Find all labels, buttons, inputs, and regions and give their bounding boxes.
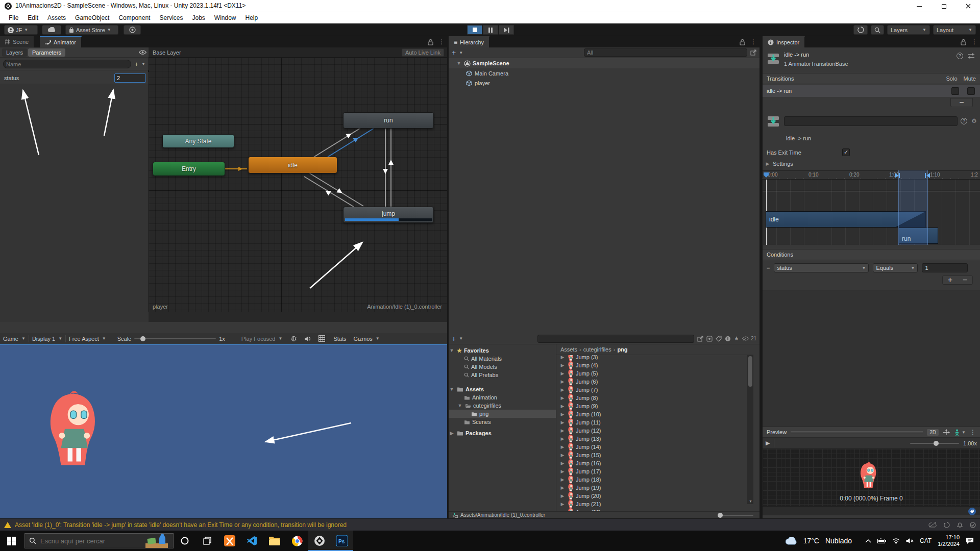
transition-region[interactable]: [898, 170, 928, 245]
subtab-parameters[interactable]: Parameters: [28, 48, 65, 57]
vsync-grid-icon[interactable]: [318, 335, 325, 342]
aspect-dropdown[interactable]: Free Aspect: [69, 336, 99, 342]
menu-item[interactable]: Jobs: [187, 14, 209, 21]
timeline-ruler[interactable]: 0:00 0:10 0:20 1:00 1:10 1:2: [763, 170, 980, 180]
vscode-button[interactable]: [241, 531, 263, 551]
foldout-icon[interactable]: ▶: [449, 431, 455, 436]
debug-bug-icon[interactable]: [290, 335, 297, 342]
foldout-icon[interactable]: ▼: [456, 61, 462, 66]
hierarchy-search-input[interactable]: [584, 48, 747, 57]
search-by-type-icon[interactable]: [706, 336, 713, 342]
console-warning-text[interactable]: Asset 'Idle (1)_0': Transition 'idle -> …: [15, 521, 347, 529]
folder-cutegirlfiles[interactable]: ▼ cutegirlfiles: [449, 402, 556, 410]
animator-graph[interactable]: Base Layer Auto Live Link run Any State …: [149, 47, 447, 322]
has-exit-time-checkbox[interactable]: ✓: [842, 148, 850, 156]
mute-audio-icon[interactable]: [304, 336, 311, 342]
file-explorer-button[interactable]: [263, 531, 286, 551]
add-asset-button[interactable]: +: [452, 335, 456, 343]
vertical-scrollbar[interactable]: ▼: [747, 355, 753, 504]
cortana-button[interactable]: [174, 531, 196, 551]
version-control-button[interactable]: [124, 25, 141, 35]
help-icon[interactable]: ?: [957, 53, 963, 59]
subtab-layers[interactable]: Layers: [2, 48, 27, 57]
solo-checkbox[interactable]: [951, 87, 959, 95]
foldout-icon[interactable]: ▶: [559, 420, 566, 425]
asset-row[interactable]: ▶ Jump (9): [556, 402, 747, 410]
state-node-run[interactable]: run: [343, 112, 434, 129]
favorite-star-icon[interactable]: ★: [734, 335, 739, 342]
cloud-off-icon[interactable]: [928, 522, 937, 528]
foldout-icon[interactable]: ▶: [559, 493, 566, 498]
task-view-button[interactable]: [196, 531, 218, 551]
panel-menu-icon[interactable]: ⋮: [438, 38, 445, 45]
display-mode-dropdown[interactable]: Game: [3, 336, 18, 342]
asset-row[interactable]: ▶ Jump (20): [556, 492, 747, 500]
add-parameter-button[interactable]: +: [134, 60, 138, 68]
pause-button[interactable]: [483, 25, 498, 35]
temperature[interactable]: 17°C: [803, 537, 819, 545]
condition-operator-dropdown[interactable]: Equals▼: [873, 263, 918, 272]
hierarchy-item[interactable]: Main Camera: [449, 68, 760, 78]
parameter-value-input[interactable]: [114, 73, 146, 83]
scroll-down-arrow[interactable]: ▼: [749, 499, 752, 503]
folder-scenes[interactable]: Scenes: [449, 418, 556, 426]
status-bar[interactable]: Asset 'Idle (1)_0': Transition 'idle -> …: [0, 518, 980, 531]
search-by-label-icon[interactable]: [716, 336, 722, 342]
progress-status-icon[interactable]: [970, 522, 976, 528]
condition-value-input[interactable]: [922, 263, 968, 272]
foldout-icon[interactable]: ▶: [559, 363, 566, 368]
start-button[interactable]: [0, 531, 22, 551]
taskbar-search-input[interactable]: [40, 537, 138, 545]
lock-icon[interactable]: [428, 39, 433, 45]
foldout-icon[interactable]: ▼: [449, 387, 455, 392]
project-search-input[interactable]: [537, 335, 694, 343]
state-node-entry[interactable]: Entry: [153, 162, 225, 176]
condition-parameter-dropdown[interactable]: status▼: [774, 263, 869, 272]
asset-row[interactable]: ▶ Jump (4): [556, 361, 747, 369]
foldout-icon[interactable]: ▶: [559, 444, 566, 449]
asset-row[interactable]: ▶ Jump (11): [556, 418, 747, 427]
breadcrumb-assets[interactable]: Assets: [560, 346, 577, 353]
asset-row[interactable]: ▶ Jump (12): [556, 427, 747, 435]
parameter-search-input[interactable]: [3, 60, 131, 68]
close-button[interactable]: [957, 0, 980, 12]
parameter-row[interactable]: status: [0, 72, 149, 84]
asset-row[interactable]: ▶ Jump (19): [556, 484, 747, 492]
volume-muted-icon[interactable]: [906, 538, 914, 544]
remove-condition-button[interactable]: −: [963, 276, 967, 285]
menu-item[interactable]: Edit: [23, 14, 43, 21]
menu-item[interactable]: Assets: [43, 14, 70, 21]
chrome-button[interactable]: [286, 531, 308, 551]
open-new-window-icon[interactable]: [697, 336, 703, 342]
foldout-icon[interactable]: ▶: [559, 469, 566, 474]
undo-history-button[interactable]: [853, 25, 868, 35]
weather-label[interactable]: Nublado: [825, 537, 852, 545]
settings-foldout[interactable]: ▶Settings: [765, 161, 793, 167]
search-everything-button[interactable]: [871, 25, 884, 35]
menu-item[interactable]: Services: [155, 14, 187, 21]
gizmos-dropdown[interactable]: Gizmos: [354, 336, 373, 342]
game-viewport[interactable]: [0, 344, 447, 518]
scrollbar-thumb[interactable]: [748, 356, 752, 387]
lock-icon[interactable]: [740, 39, 745, 45]
help-icon[interactable]: ?: [961, 118, 967, 124]
folder-animation[interactable]: Animation: [449, 393, 556, 402]
asset-row[interactable]: ▶ Jump (7): [556, 386, 747, 394]
folder-png-selected[interactable]: png: [449, 410, 556, 418]
eye-icon[interactable]: [139, 50, 146, 55]
breadcrumb-cutegirlfiles[interactable]: cutegirlfiles: [583, 346, 611, 353]
panel-menu-icon[interactable]: ⋮: [971, 38, 977, 45]
hierarchy-item[interactable]: player: [449, 78, 760, 88]
menu-item[interactable]: Component: [114, 14, 155, 21]
open-new-window-icon[interactable]: [750, 49, 756, 56]
breadcrumb-png[interactable]: png: [617, 346, 627, 353]
hierarchy-scene-row[interactable]: ▼ SampleScene: [449, 58, 760, 68]
preview-viewport[interactable]: 0:00 (000.0%) Frame 0: [763, 449, 980, 506]
gear-icon[interactable]: ⚙: [971, 117, 977, 124]
minimize-button[interactable]: [908, 0, 931, 12]
foldout-icon[interactable]: ▶: [559, 428, 566, 433]
play-focused-dropdown[interactable]: Play Focused: [241, 336, 276, 342]
thumbnail-size-slider[interactable]: [718, 515, 753, 516]
asset-row[interactable]: ▶ Jump (16): [556, 459, 747, 467]
slider-knob[interactable]: [140, 336, 145, 341]
